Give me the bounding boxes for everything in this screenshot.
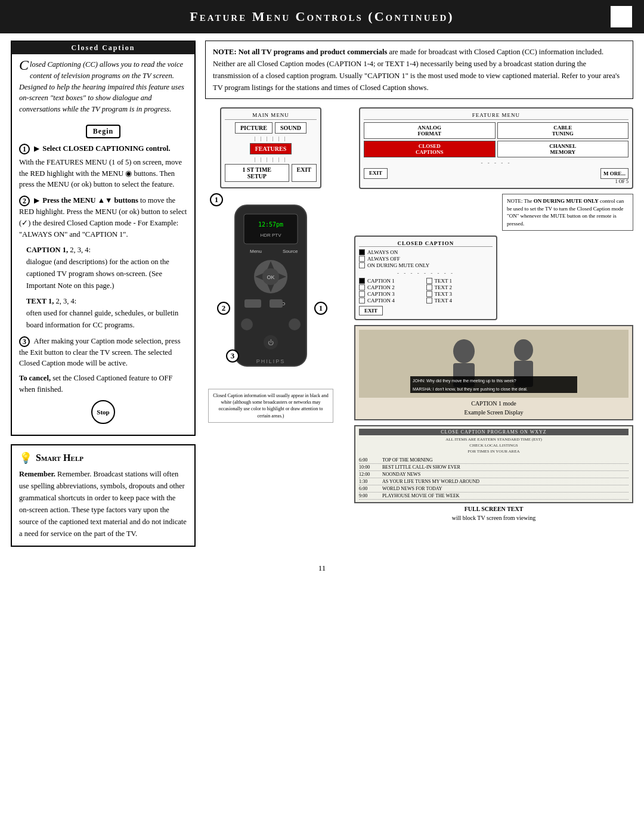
row-1200: 12:00 NOONDAY NEWS [359,471,628,478]
caption2-checkbox [359,284,365,290]
cc-info-text: Closed Caption information will usually … [208,389,333,423]
picture-btn: PICTURE [235,122,273,134]
smart-help-title: 💡 Smart Help [19,451,187,465]
main-menu-tick1: | | | | | | [225,135,317,141]
analog-format-btn: ANALOGFORMAT [364,122,496,139]
left-diagram: MAIN MENU PICTURE SOUND | | | | | | FEAT… [205,107,336,521]
text3-option: TEXT 3 [426,291,493,297]
stop-badge: Stop [19,400,187,424]
cc-intro-text: losed Captioning (CC) allows you to read… [19,60,184,113]
cc-options-top: ALWAYS ON ALWAYS OFF ON DURING MUTE ONLY [359,249,493,268]
caption-mode-label: CAPTION 1 mode [359,400,628,407]
caption-example-inner: JOHN: Why did they move the meeting up t… [359,330,628,398]
full-text-title: CLOSE CAPTION PROGRAMS ON WXYZ [359,429,628,435]
cc-select-label: CLOSED CAPTION [359,240,493,247]
svg-text:HDR PTV: HDR PTV [260,233,281,238]
step-2: 2 ▶ Press the MENU ▲▼ buttons to move th… [19,195,187,330]
stop-button: Stop [91,400,115,424]
step-2-arrow: ▶ [34,196,39,205]
caption1-checkbox [359,278,365,284]
caption1-option: CAPTION 1 [359,278,426,284]
closed-caption-box: Closed Caption C losed Captioning (CC) a… [11,41,196,436]
caption4-label: CAPTION 4 [367,298,395,304]
page-header: Feature Menu Controls (Continued) [0,0,644,33]
time-600pm: 6:00 [359,486,380,491]
caption2-label: CAPTION 2 [367,284,395,290]
svg-text:⏻: ⏻ [268,339,274,346]
more-btn: M ORE... [600,168,628,179]
main-content: Closed Caption C losed Captioning (CC) a… [0,33,644,554]
text3-checkbox [426,291,432,297]
of-label: 1 OF 5 [364,179,628,184]
remote-illustration: 12:57pm HDR PTV Menu Source [217,199,324,380]
caption-body: dialogue (and descriptions) for the acti… [26,256,187,292]
page-number: 11 [0,563,644,579]
exit-btn-main: EXIT [292,164,317,182]
svg-rect-14 [244,299,261,308]
show-900: PLAYHOUSE MOVIE OF THE WEEK [382,493,460,498]
caption-example-box: JOHN: Why did they move the meeting up t… [354,325,633,420]
mute-only-option: ON DURING MUTE ONLY [359,262,493,268]
time-600: 6:00 [359,457,380,463]
full-screen-label2: will block TV screen from viewing [354,515,633,521]
caption4-checkbox [359,298,365,304]
mute-note: NOTE: The ON DURING MUTE ONLY control ca… [502,194,633,231]
caption-section: CAPTION 1, 2, 3, 4: dialogue (and descri… [26,244,187,292]
show-600pm: WORLD NEWS FOR TODAY [382,486,442,491]
row-600am: 6:00 TOP OF THE MORNING [359,457,628,464]
caption3-label: CAPTION 3 [367,291,395,297]
to-cancel-label: To cancel, [19,374,51,382]
mute-note-prefix: NOTE: The [507,198,534,204]
text1-label: TEXT 1 [435,278,453,284]
always-off-label: ALWAYS OFF [367,256,400,262]
svg-rect-16 [270,299,283,308]
smart-help-text: Remember. Remember. Broadcast stations w… [19,468,187,540]
diagram-step-1b: 1 [314,302,327,315]
text4-option: TEXT 4 [426,298,493,304]
example-screen-label: Example Screen Display [465,409,524,416]
svg-text:Source: Source [283,249,298,254]
main-menu-row2: FEATURES [225,143,317,154]
show-130: AS YOUR LIFE TURNS MY WORLD AROUND [382,479,479,484]
cc-intro: C losed Captioning (CC) allows you to re… [19,59,187,115]
caption-1-mode-label: CAPTION 1 mode [471,400,516,407]
caption4-option: CAPTION 4 [359,298,426,304]
header-corner-box [611,6,632,27]
full-text-screen: CLOSE CAPTION PROGRAMS ON WXYZ ALL ITEMS… [354,425,633,503]
feature-menu-row: FEATURE MENU ANALOGFORMAT CABLETUNING CL… [342,107,633,189]
feature-exit-btn: EXIT [364,168,388,179]
note-box: NOTE: Not all TV programs and product co… [205,41,633,99]
smart-help-body: Remember. Broadcast stations will often … [19,470,187,538]
main-menu-label: MAIN MENU [225,112,317,120]
cc-select-tick: - - - - - - - - - [359,270,493,276]
mute-note-bold: ON DURING MUTE ONLY [534,198,599,204]
cc-options-grid: CAPTION 1 TEXT 1 CAPTION 2 TEXT 2 [359,278,493,304]
svg-point-25 [514,339,533,361]
feature-menu-screen: FEATURE MENU ANALOGFORMAT CABLETUNING CL… [359,107,633,189]
svg-text:Menu: Menu [250,249,262,254]
full-text-rows: 6:00 TOP OF THE MORNING 10:00 BEST LITTL… [359,457,628,500]
caption-example-area: JOHN: Why did they move the meeting up t… [354,325,633,420]
begin-badge: Begin [19,125,187,138]
text1-checkbox [426,278,432,284]
begin-button: Begin [86,125,120,138]
step-1: 1 ▶ Select CLOSED CAPTIONING control. Wi… [19,143,187,190]
channel-memory-btn: CHANNELMEMORY [497,141,629,157]
svg-point-18 [289,318,301,330]
text-body: often used for channel guide, schedules,… [26,307,187,331]
step-1-number: 1 [19,144,30,154]
caption3-option: CAPTION 3 [359,291,426,297]
always-on-label: ALWAYS ON [367,249,398,255]
remote-area: 1 12:57pm HDR PTV [205,199,336,380]
time-900: 9:00 [359,493,380,498]
caption3-checkbox [359,291,365,297]
caption-scene-svg: JOHN: Why did they move the meeting up t… [363,333,625,393]
text-label: TEXT 1, [26,297,54,305]
text4-checkbox [426,298,432,304]
right-column: NOTE: Not all TV programs and product co… [205,41,633,547]
time-130: 1:30 [359,479,380,484]
text-nums: 2, 3, 4: [55,297,76,305]
cc-exit-btn: EXIT [359,306,383,315]
svg-point-17 [241,318,253,330]
mute-only-label: ON DURING MUTE ONLY [367,262,429,268]
